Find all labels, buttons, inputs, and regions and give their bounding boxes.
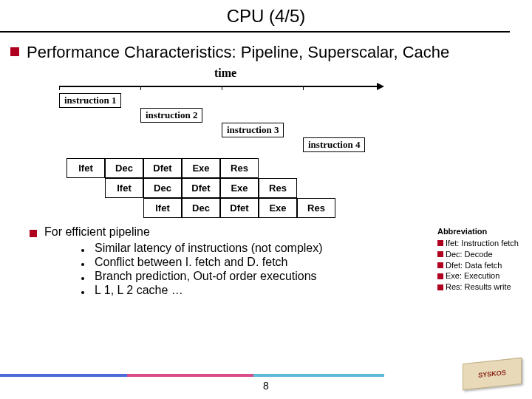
subhead-row: Performance Characteristics: Pipeline, S…	[10, 43, 532, 62]
logo-icon: SYSKOS	[463, 358, 522, 390]
efficient-point: Conflict between I. fetch and D. fetch	[95, 256, 287, 269]
abbrev-item: Exe: Execution	[446, 270, 499, 282]
title-underline	[0, 31, 510, 33]
stage-cell: Ifet	[105, 178, 143, 198]
dot-icon	[81, 291, 84, 294]
stage-cell: Res	[220, 158, 259, 178]
stage-cell: Dfet	[143, 158, 182, 178]
subhead-text: Performance Characteristics: Pipeline, S…	[27, 43, 449, 62]
bullet-icon	[437, 251, 443, 257]
stage-cell: Res	[259, 178, 297, 198]
page-number: 8	[263, 380, 269, 392]
stage-cell: Exe	[182, 158, 220, 178]
stage-cell: Exe	[220, 178, 259, 198]
efficient-point: Branch prediction, Out-of order executio…	[95, 270, 317, 283]
stage-cell: Ifet	[143, 198, 182, 218]
dot-icon	[81, 277, 84, 280]
instruction-box: instruction 4	[303, 137, 365, 152]
stage-cell: Ifet	[66, 158, 105, 178]
abbrev-item: Dfet: Data fetch	[446, 260, 502, 271]
instruction-box: instruction 1	[59, 93, 121, 108]
pipeline-stage-table: Ifet Dec Dfet Exe Res Ifet Dec Dfet Exe …	[66, 158, 532, 218]
stage-cell: Dfet	[220, 198, 259, 218]
efficient-point: Similar latency of instructions (not com…	[95, 242, 323, 255]
abbrev-item: Dec: Decode	[446, 249, 493, 260]
bullet-icon	[437, 284, 443, 290]
dot-icon	[81, 249, 84, 252]
bullet-icon	[437, 240, 443, 246]
footer-color-bar	[0, 374, 384, 377]
stage-cell: Dfet	[182, 178, 220, 198]
instruction-box: instruction 3	[222, 123, 284, 137]
abbreviation-legend: Abbreviation Ifet: Instruction fetch Dec…	[437, 226, 519, 293]
instruction-box: instruction 2	[140, 108, 202, 123]
efficient-heading: For efficient pipeline	[44, 225, 150, 239]
stage-cell: Dec	[143, 178, 182, 198]
efficient-point: L 1, L 2 cache …	[95, 284, 183, 297]
abbrev-item: Res: Results write	[446, 282, 511, 293]
bullet-icon	[437, 262, 443, 268]
stage-cell: Exe	[259, 198, 297, 218]
stage-cell: Dec	[182, 198, 220, 218]
time-arrow	[59, 83, 384, 90]
stage-cell: Res	[297, 198, 335, 218]
dot-icon	[81, 263, 84, 266]
bullet-icon	[10, 47, 19, 56]
bullet-icon	[437, 273, 443, 279]
pipeline-diagram: time instruction 1 instruction 2 instruc…	[52, 69, 399, 151]
stage-cell: Dec	[105, 158, 143, 178]
time-axis-label: time	[52, 66, 399, 80]
bullet-icon	[30, 230, 37, 237]
slide-title: CPU (4/5)	[227, 6, 306, 30]
abbrev-title: Abbreviation	[437, 226, 519, 237]
abbrev-item: Ifet: Instruction fetch	[446, 238, 519, 249]
